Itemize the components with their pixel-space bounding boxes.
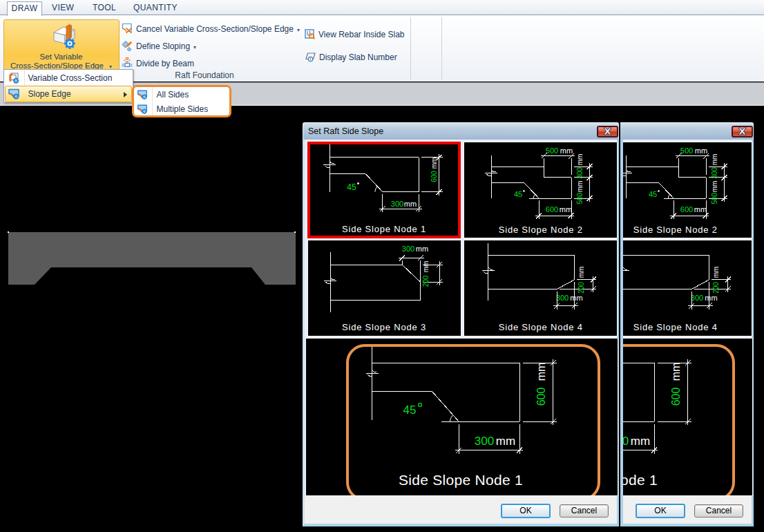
svg-text:45: 45 — [648, 190, 656, 198]
svg-text:500: 500 — [680, 146, 692, 155]
svg-text:500: 500 — [576, 192, 584, 204]
svg-text:mm: mm — [705, 294, 717, 302]
svg-text:300: 300 — [401, 244, 414, 252]
svg-text:mm: mm — [422, 260, 430, 272]
svg-text:mm: mm — [712, 266, 720, 278]
svg-text:mm: mm — [576, 153, 584, 165]
svg-text:mm: mm — [560, 146, 572, 155]
svg-text:mm: mm — [403, 200, 416, 208]
svg-text:mm: mm — [577, 266, 585, 278]
svg-text:300: 300 — [576, 167, 584, 178]
svg-text:200: 200 — [422, 275, 430, 287]
svg-text:300: 300 — [555, 294, 568, 302]
svg-text:300: 300 — [390, 200, 403, 208]
svg-text:mm: mm — [415, 244, 428, 252]
svg-text:500: 500 — [711, 192, 718, 204]
svg-text:300: 300 — [690, 294, 703, 302]
svg-text:500: 500 — [545, 146, 557, 155]
svg-text:mm: mm — [694, 205, 706, 213]
svg-text:mm: mm — [559, 205, 571, 213]
svg-text:mm: mm — [576, 180, 584, 192]
svg-text:mm: mm — [570, 294, 582, 302]
svg-text:mm: mm — [711, 180, 718, 192]
svg-text:300: 300 — [711, 167, 718, 178]
svg-text:600: 600 — [680, 205, 692, 213]
svg-text:mm: mm — [711, 153, 718, 165]
svg-text:45: 45 — [347, 182, 356, 192]
svg-text:45: 45 — [513, 190, 522, 198]
svg-text:600: 600 — [430, 170, 438, 182]
svg-text:600: 600 — [545, 205, 557, 213]
svg-text:mm: mm — [430, 157, 438, 169]
svg-text:200: 200 — [577, 281, 585, 293]
svg-text:mm: mm — [694, 146, 707, 155]
svg-text:200: 200 — [712, 281, 720, 293]
